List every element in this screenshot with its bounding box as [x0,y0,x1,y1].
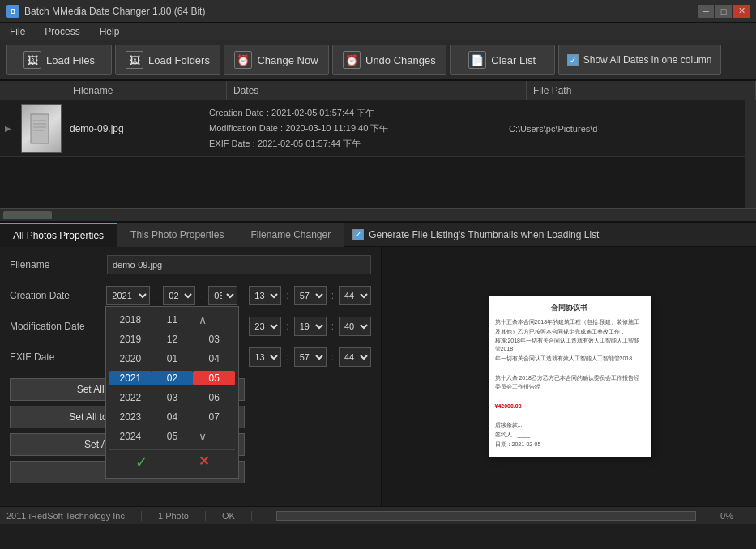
undo-changes-icon: ⏰ [343,51,361,69]
progress-percent: 0% [720,511,750,521]
cal-month-03[interactable]: 03 [152,390,194,405]
doc-line-4 [495,364,644,372]
cal-row-6: 2024 05 ∨ [109,427,235,446]
cal-day-03[interactable]: 03 [193,332,235,347]
doc-line-1: 及其他）乙方已按照本合同规定完成施工整改工作， [495,328,644,336]
document-preview: 合同协议书 第十五条本合同2018年的建筑工程（包括:预建、装修施工 及其他）乙… [489,296,651,457]
toolbar: 🖼 Load Files 🖼 Load Folders ⏰ Change Now… [0,40,756,81]
exif-minute-select[interactable]: 57 [294,347,327,367]
file-name: demo-09.jpg [66,123,204,134]
creation-date-label: Creation Date [10,290,106,301]
cal-month-01[interactable]: 01 [152,351,194,366]
cal-row-2: 2020 01 04 [109,349,235,368]
filename-label: Filename [10,259,107,270]
cal-arrow-down[interactable]: ∨ [193,427,235,446]
doc-line-0: 第十五条本合同2018年的建筑工程（包括:预建、装修施工 [495,318,644,326]
horizontal-scrollbar[interactable] [0,208,756,221]
vertical-scrollbar[interactable] [745,100,756,208]
doc-line-9 [495,412,644,420]
scroll-up-button[interactable]: ∧ [194,312,211,328]
cal-year-2022[interactable]: 2022 [109,390,152,405]
cal-month-11[interactable]: 11 [152,313,194,327]
doc-line-5: 第十六条 2018乙方乙方已本合同的确认委员会工作报告经 [495,374,644,382]
clear-list-button[interactable]: 📄 Clear List [450,45,555,75]
cal-month-12[interactable]: 12 [152,332,194,347]
tab-this-photo[interactable]: This Photo Properties [117,223,237,247]
show-dates-checkbox[interactable]: ✓ [567,54,579,66]
doc-thumb-icon [29,113,53,145]
creation-day-select[interactable]: 05 [208,286,237,305]
app-icon: B [6,5,19,18]
cal-arrow-up[interactable]: ∧ [193,310,235,330]
mod-minute-select[interactable]: 19 [294,317,327,336]
cal-day-04[interactable]: 04 [193,351,235,366]
creation-date-inputs: 2021 - 02 - 05 13 : 57 [106,286,371,305]
doc-line-3: 年一切有关合同认工造就有效人工智能人工智能管2018 [495,355,644,363]
close-button[interactable]: ✕ [733,5,750,18]
left-panel: Filename demo-09.jpg Creation Date 2021 … [0,247,381,506]
menu-file[interactable]: File [5,24,30,39]
doc-title: 合同协议书 [495,303,644,313]
cal-year-2019[interactable]: 2019 [109,332,152,347]
col-header-filename: Filename [0,81,227,100]
cal-year-2021-selected[interactable]: 2021 [109,371,152,385]
generate-thumbnails-option[interactable]: ✓ Generate File Listing's Thumbnails whe… [352,229,599,240]
load-files-button[interactable]: 🖼 Load Files [6,45,112,75]
file-dates: Creation Date : 2021-02-05 01:57:44 下午 M… [204,105,504,151]
mod-date-label: Modification Date [10,321,106,332]
cal-year-2018[interactable]: 2018 [109,313,152,327]
creation-year-select[interactable]: 2021 [106,286,150,305]
bottom-panel: All Photos Properties This Photo Propert… [0,223,756,506]
maximize-button[interactable]: □ [715,5,732,18]
cal-month-02-selected[interactable]: 02 [152,371,194,385]
cal-row-4: 2022 03 06 [109,388,235,407]
app-title: Batch MMedia Date Changer 1.80 (64 Bit) [24,6,698,17]
cal-day-07[interactable]: 07 [193,410,235,424]
col-header-dates: Dates [227,81,527,100]
change-now-button[interactable]: ⏰ Change Now [224,45,329,75]
progress-bar [276,511,696,521]
generate-thumbnails-checkbox[interactable]: ✓ [352,229,364,240]
menu-process[interactable]: Process [40,24,84,39]
change-now-icon: ⏰ [234,51,252,69]
creation-month-select[interactable]: 02 [163,286,195,305]
copyright-text: 2011 iRedSoft Technology Inc [6,511,142,521]
show-all-dates-button[interactable]: ✓ Show All Dates in one column [558,45,721,75]
cal-cancel-button[interactable]: ✕ [199,453,209,471]
date-sep-1: - [153,290,160,301]
mod-hour-select[interactable]: 23 [249,317,281,336]
minimize-button[interactable]: ─ [698,5,714,18]
cal-month-05[interactable]: 05 [152,429,194,444]
tab-all-photos[interactable]: All Photos Properties [0,223,117,247]
file-list-container: Filename Dates File Path ▶ demo-09.jpg C… [0,81,756,223]
mod-date-text: Modification Date : 2020-03-10 11:19:40 … [209,121,499,136]
tab-filename-changer[interactable]: Filename Changer [237,223,344,247]
creation-hour-select[interactable]: 13 [249,286,281,305]
cal-ok-button[interactable]: ✓ [135,453,147,471]
cal-day-06[interactable]: 06 [193,390,235,405]
scroll-down-button[interactable]: ∨ [194,428,211,445]
cal-month-04[interactable]: 04 [152,410,194,424]
cal-actions: ✓ ✕ [109,449,235,475]
creation-second-select[interactable]: 44 [339,286,371,305]
exif-second-select[interactable]: 44 [339,347,371,367]
cal-year-2020[interactable]: 2020 [109,351,152,366]
cal-year-2024[interactable]: 2024 [109,429,152,444]
mod-second-select[interactable]: 40 [339,317,371,336]
undo-changes-button[interactable]: ⏰ Undo Changes [332,45,446,75]
cal-day-05-selected[interactable]: 05 [193,371,235,385]
doc-line-12: 日期：2021-02-05 [495,440,644,449]
creation-minute-select[interactable]: 57 [294,286,327,305]
menu-help[interactable]: Help [95,24,125,39]
load-folders-button[interactable]: 🖼 Load Folders [115,45,220,75]
cal-year-2023[interactable]: 2023 [109,410,152,424]
cal-row-5: 2023 04 07 [109,407,235,427]
table-row[interactable]: ▶ demo-09.jpg Creation Date : 2021-02-05… [0,100,756,157]
exif-hour-select[interactable]: 13 [249,347,281,367]
file-path: C:\Users\pc\Pictures\d [504,124,756,134]
menu-bar: File Process Help [0,23,756,40]
scrollbar-thumb [3,211,52,219]
creation-date-text: Creation Date : 2021-02-05 01:57:44 下午 [209,105,499,121]
window-controls: ─ □ ✕ [698,5,750,18]
date-sep-2: - [199,290,205,301]
